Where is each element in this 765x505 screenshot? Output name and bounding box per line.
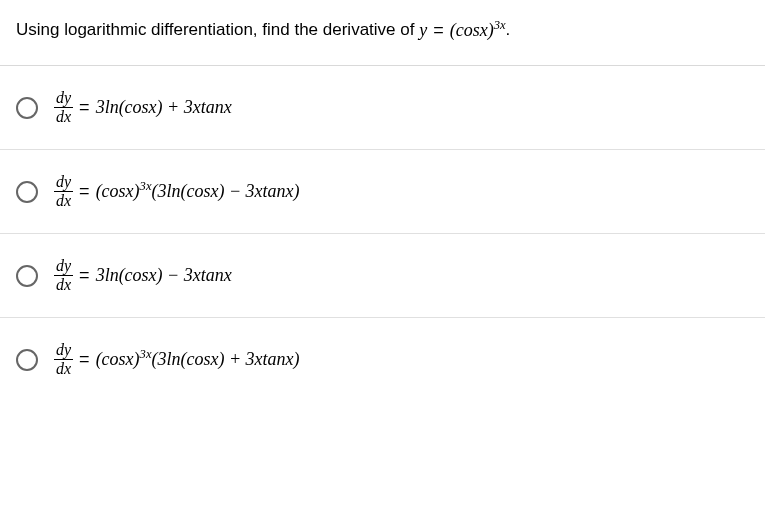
- radio-icon[interactable]: [16, 97, 38, 119]
- fraction-dy-dx: dy dx: [54, 90, 73, 125]
- radio-icon[interactable]: [16, 349, 38, 371]
- options-group: dy dx = 3ln(cosx) + 3xtanx dy dx = (cosx…: [0, 66, 765, 401]
- fraction-dy-dx: dy dx: [54, 258, 73, 293]
- question-text: Using logarithmic differentiation, find …: [16, 20, 419, 39]
- radio-icon[interactable]: [16, 181, 38, 203]
- question-prompt: Using logarithmic differentiation, find …: [0, 0, 765, 66]
- option-3[interactable]: dy dx = 3ln(cosx) − 3xtanx: [0, 234, 765, 318]
- radio-icon[interactable]: [16, 265, 38, 287]
- question-equation: y = (cosx)3x: [419, 18, 505, 43]
- option-2[interactable]: dy dx = (cosx)3x(3ln(cosx) − 3xtanx): [0, 150, 765, 234]
- fraction-dy-dx: dy dx: [54, 342, 73, 377]
- option-1-math: dy dx = 3ln(cosx) + 3xtanx: [54, 90, 232, 125]
- option-2-math: dy dx = (cosx)3x(3ln(cosx) − 3xtanx): [54, 174, 300, 209]
- option-4-math: dy dx = (cosx)3x(3ln(cosx) + 3xtanx): [54, 342, 300, 377]
- option-3-math: dy dx = 3ln(cosx) − 3xtanx: [54, 258, 232, 293]
- fraction-dy-dx: dy dx: [54, 174, 73, 209]
- option-1[interactable]: dy dx = 3ln(cosx) + 3xtanx: [0, 66, 765, 150]
- option-4[interactable]: dy dx = (cosx)3x(3ln(cosx) + 3xtanx): [0, 318, 765, 401]
